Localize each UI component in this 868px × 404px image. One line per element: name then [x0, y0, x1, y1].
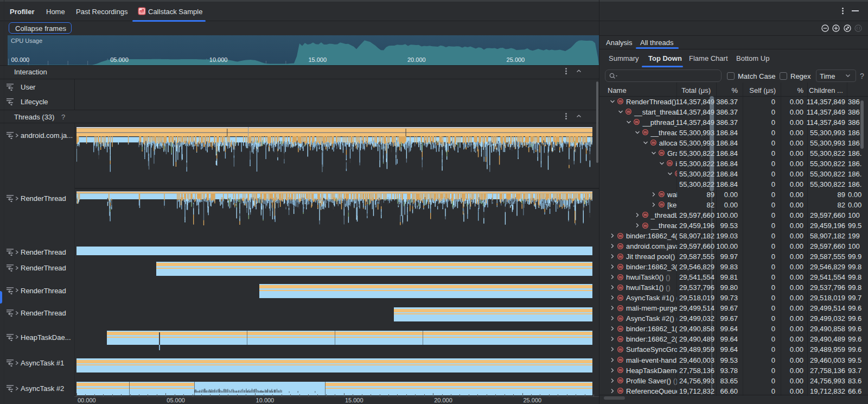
svg-text:m: m — [668, 161, 672, 165]
svg-text:m: m — [660, 151, 663, 155]
svg-text:m: m — [618, 234, 622, 238]
svg-text:m: m — [618, 99, 622, 103]
svg-text:m: m — [643, 224, 647, 228]
svg-text:m: m — [660, 192, 663, 196]
svg-text:m: m — [618, 378, 622, 382]
svg-text:m: m — [643, 213, 647, 217]
svg-text:m: m — [660, 203, 663, 206]
svg-text:m: m — [618, 275, 622, 279]
svg-text:m: m — [618, 327, 622, 331]
svg-text:m: m — [618, 244, 622, 248]
svg-text:m: m — [643, 130, 647, 134]
svg-text:m: m — [618, 306, 622, 310]
svg-text:m: m — [627, 110, 630, 113]
svg-text:m: m — [618, 337, 622, 341]
svg-text:m: m — [635, 120, 639, 124]
svg-text:m: m — [618, 348, 622, 351]
svg-text:m: m — [676, 172, 677, 175]
svg-text:m: m — [618, 358, 622, 362]
svg-text:m: m — [618, 255, 622, 258]
svg-text:m: m — [618, 286, 622, 289]
svg-text:m: m — [652, 141, 655, 144]
svg-text:m: m — [618, 296, 622, 300]
svg-text:m: m — [618, 389, 622, 393]
svg-text:m: m — [618, 265, 622, 269]
svg-text:m: m — [618, 368, 622, 372]
svg-text:m: m — [618, 317, 622, 320]
